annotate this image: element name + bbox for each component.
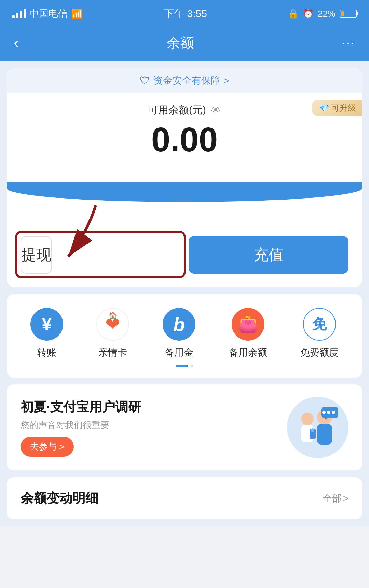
- reserve-icon: b: [173, 313, 185, 336]
- free-quota-icon: 免: [312, 315, 327, 334]
- svg-point-10: [327, 411, 330, 414]
- quick-actions-card: ¥ 转账 ❤ 🏠 亲情卡 b 备用金 👛: [7, 294, 362, 378]
- quick-action-reserve[interactable]: b 备用金: [163, 308, 195, 359]
- transaction-section: 余额变动明细 全部 >: [7, 477, 362, 519]
- status-left: 中国电信 📶: [12, 7, 83, 20]
- battery-percent: 22%: [318, 9, 336, 19]
- back-button[interactable]: ‹: [14, 34, 19, 51]
- status-bar: 中国电信 📶 下午 3:55 🔒 ⏰ 22%: [0, 0, 369, 27]
- free-quota-label: 免费额度: [300, 346, 339, 359]
- battery-icon: [340, 10, 357, 18]
- balance-wave: [7, 181, 362, 202]
- action-buttons-row: 提现 充值: [20, 236, 348, 274]
- survey-text-area: 初夏·支付宝用户调研 您的声音对我们很重要 去参与 >: [20, 398, 280, 457]
- security-bar[interactable]: 🛡 资金安全有保障 >: [7, 68, 362, 93]
- balance-label-row: 可用余额(元) 👁: [20, 103, 348, 117]
- withdraw-button[interactable]: 提现: [20, 236, 52, 274]
- transfer-icon: ¥: [42, 314, 52, 334]
- reserve-balance-icon-bg: 👛: [232, 308, 264, 341]
- scroll-dot-active: [176, 365, 188, 367]
- reserve-icon-bg: b: [163, 308, 195, 341]
- alarm-icon: ⏰: [303, 9, 314, 19]
- transfer-label: 转账: [37, 346, 56, 359]
- transaction-header: 余额变动明细 全部 >: [20, 490, 348, 507]
- family-card-label: 亲情卡: [98, 346, 127, 359]
- quick-actions-grid: ¥ 转账 ❤ 🏠 亲情卡 b 备用金 👛: [14, 308, 355, 359]
- reserve-balance-label: 备用余额: [229, 346, 267, 359]
- carrier-text: 中国电信: [29, 7, 68, 20]
- quick-action-family-card[interactable]: ❤ 🏠 亲情卡: [96, 308, 129, 359]
- more-button[interactable]: ···: [342, 36, 355, 50]
- lock-icon: 🔒: [288, 9, 299, 19]
- all-label: 全部: [323, 492, 342, 505]
- survey-subtitle: 您的声音对我们很重要: [20, 419, 280, 431]
- security-text: 资金安全有保障: [153, 74, 220, 87]
- status-time: 下午 3:55: [164, 7, 207, 21]
- survey-illustration: [290, 400, 345, 455]
- balance-section: 💎 可升级 可用余额(元) 👁 0.00: [7, 93, 362, 182]
- quick-action-free-quota[interactable]: 免 免费额度: [300, 308, 339, 359]
- all-arrow: >: [343, 493, 348, 504]
- diamond-icon: 💎: [319, 103, 329, 113]
- quick-action-reserve-balance[interactable]: 👛 备用余额: [229, 308, 267, 359]
- recharge-button[interactable]: 充值: [189, 236, 348, 274]
- eye-icon[interactable]: 👁: [211, 105, 221, 116]
- scroll-indicator: [14, 365, 355, 367]
- signal-icon: [12, 9, 26, 18]
- main-content: 🛡 资金安全有保障 > 💎 可升级 可用余额(元) 👁 0.00: [0, 61, 369, 526]
- free-quota-icon-bg: 免: [303, 308, 336, 341]
- balance-amount: 0.00: [20, 121, 348, 158]
- view-all-button[interactable]: 全部 >: [323, 492, 348, 505]
- survey-image: [287, 397, 348, 458]
- upgrade-badge[interactable]: 💎 可升级: [312, 100, 362, 116]
- security-arrow: >: [224, 76, 229, 86]
- family-card-icon-bg: ❤ 🏠: [96, 308, 129, 341]
- balance-card: 🛡 资金安全有保障 > 💎 可升级 可用余额(元) 👁 0.00: [7, 68, 362, 287]
- balance-label: 可用余额(元): [148, 103, 206, 117]
- page-title: 余额: [167, 33, 194, 52]
- svg-point-9: [322, 411, 326, 414]
- transaction-title: 余额变动明细: [20, 490, 98, 507]
- upgrade-label: 可升级: [331, 102, 356, 113]
- svg-point-7: [311, 428, 314, 432]
- annotation-area: 提现 充值: [20, 205, 348, 274]
- svg-rect-5: [317, 424, 332, 445]
- reserve-label: 备用金: [165, 346, 193, 359]
- nav-bar: ‹ 余额 ···: [0, 27, 369, 61]
- survey-title: 初夏·支付宝用户调研: [20, 398, 280, 416]
- svg-point-2: [301, 413, 314, 425]
- quick-action-transfer[interactable]: ¥ 转账: [30, 308, 63, 359]
- reserve-balance-icon: 👛: [238, 315, 258, 334]
- wifi-icon: 📶: [71, 8, 83, 19]
- survey-banner[interactable]: 初夏·支付宝用户调研 您的声音对我们很重要 去参与 >: [7, 384, 362, 470]
- transfer-icon-bg: ¥: [30, 308, 63, 341]
- status-right: 🔒 ⏰ 22%: [288, 9, 357, 19]
- shield-icon: 🛡: [140, 75, 150, 86]
- withdraw-wrapper: 提现: [20, 236, 180, 274]
- action-area: 提现 充值: [7, 202, 362, 287]
- scroll-dot-1: [191, 365, 193, 367]
- survey-participate-button[interactable]: 去参与 >: [20, 437, 74, 457]
- svg-point-11: [332, 411, 335, 414]
